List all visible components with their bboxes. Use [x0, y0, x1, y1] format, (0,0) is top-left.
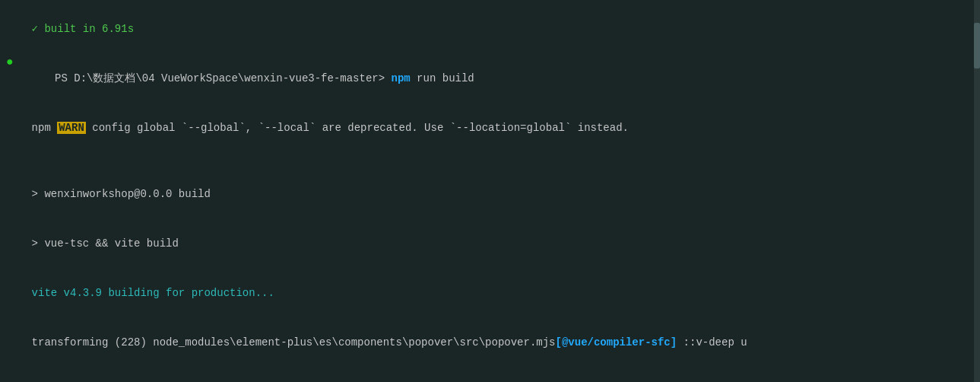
blank-line-1 — [6, 153, 974, 170]
vue-tsc-line: > vue-tsc && vite build — [6, 219, 974, 269]
warn-line: npm WARN config global `--global`, `--lo… — [6, 103, 974, 153]
ps-path: PS D:\数据文档\04 VueWorkSpace\wenxin-vue3-f… — [55, 72, 391, 84]
vite-version-line: vite v4.3.9 building for production... — [6, 269, 974, 318]
transform-line: transforming (228) node_modules\element-… — [6, 318, 974, 368]
scrollbar-thumb[interactable] — [974, 23, 980, 68]
terminal-window: ✓ built in 6.91s ● PS D:\数据文档\04 VueWork… — [0, 0, 980, 382]
checkmark-icon: ✓ built in 6.91s — [32, 23, 134, 35]
warn-badge: WARN — [57, 122, 86, 134]
compiler-sfc-tag: [@vue/compiler-sfc] — [556, 336, 677, 349]
prompt-text: PS D:\数据文档\04 VueWorkSpace\wenxin-vue3-f… — [17, 54, 474, 103]
transform-prefix: transforming (228) node_modules\element-… — [32, 336, 556, 349]
prompt-dot: ● — [6, 54, 14, 71]
pkg-build-line: > wenxinworkshop@0.0.0 build — [6, 170, 974, 219]
vue-tsc-text: > vue-tsc && vite build — [32, 237, 179, 250]
vite-version-text: vite v4.3.9 building for production... — [32, 287, 274, 299]
warn-config: config global `--global`, `--local` are … — [86, 122, 629, 134]
prompt-line: ● PS D:\数据文档\04 VueWorkSpace\wenxin-vue3… — [6, 54, 974, 103]
command-npm: npm — [392, 72, 411, 84]
scrollbar[interactable] — [974, 0, 980, 382]
pkg-build-text: > wenxinworkshop@0.0.0 build — [32, 188, 211, 200]
transform-suffix: ::v-deep u — [677, 336, 747, 349]
warn-npm: npm — [32, 122, 58, 134]
deprecation-line: sage as a combinator has been deprecated… — [6, 368, 974, 382]
command-rest: run build — [411, 72, 474, 84]
line-built-prev: ✓ built in 6.91s — [6, 5, 974, 54]
